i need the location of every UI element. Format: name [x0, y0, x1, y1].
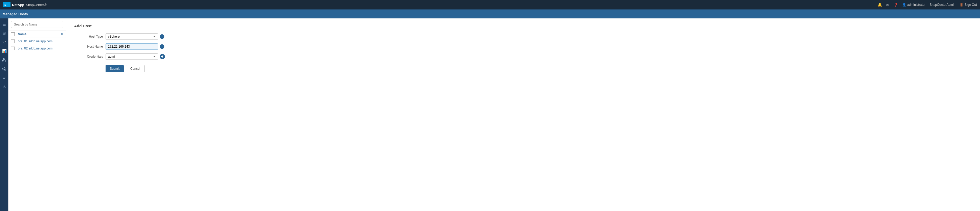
cancel-button[interactable]: Cancel	[126, 65, 145, 72]
svg-point-3	[2, 60, 3, 61]
host-type-select[interactable]: vSphere Windows Linux AIX Solaris HP-UX	[105, 34, 158, 40]
host-name-row: Host Name i	[74, 43, 972, 50]
tenant-label: SnapCenterAdmin	[929, 3, 955, 6]
search-container	[8, 18, 66, 31]
sidebar-item-chart[interactable]: 📊	[0, 47, 8, 55]
left-panel: Name ⇅ ora_01.sddc.netapp.com ora_02.sdd…	[8, 18, 66, 211]
netapp-logo: N NetApp SnapCenter®	[3, 2, 46, 7]
host-2-link[interactable]: ora_02.sddc.netapp.com	[18, 46, 63, 50]
select-all-checkbox[interactable]	[11, 32, 15, 36]
sidebar-item-hosts[interactable]	[0, 56, 8, 64]
host-type-row: Host Type vSphere Windows Linux AIX Sola…	[74, 34, 972, 40]
app-name: SnapCenter®	[26, 3, 46, 7]
user-menu[interactable]: 👤 administrator	[902, 3, 925, 6]
svg-point-4	[5, 60, 6, 61]
host-name-label: Host Name	[74, 45, 103, 48]
host-2-checkbox[interactable]	[11, 46, 15, 50]
tenant-name[interactable]: SnapCenterAdmin	[929, 3, 955, 6]
svg-rect-9	[5, 69, 6, 70]
credentials-control: admin +	[105, 53, 165, 60]
credentials-select[interactable]: admin	[105, 53, 158, 60]
form-actions: Submit Cancel	[105, 65, 972, 72]
host-1-checkbox[interactable]	[11, 40, 15, 43]
host-name-info-icon[interactable]: i	[160, 44, 164, 49]
host-list-header: Name ⇅	[8, 31, 66, 38]
svg-text:N: N	[5, 4, 6, 6]
credentials-add-icon[interactable]: +	[160, 54, 165, 59]
credentials-row: Credentials admin +	[74, 53, 972, 60]
sidebar-item-topology[interactable]	[0, 65, 8, 73]
host-row-2: ora_02.sddc.netapp.com	[8, 45, 66, 52]
sidebar-item-reports[interactable]	[0, 74, 8, 82]
host-name-input[interactable]	[105, 43, 158, 50]
sidebar-item-shield[interactable]: 🛡	[0, 38, 8, 46]
top-nav-right: 🔔 ✉ ❓ 👤 administrator SnapCenterAdmin 🚪 …	[878, 3, 977, 7]
page-title: Managed Hosts	[3, 12, 28, 16]
top-nav-left: N NetApp SnapCenter®	[3, 2, 46, 7]
signout-button[interactable]: 🚪 Sign Out	[959, 3, 977, 6]
mail-icon[interactable]: ✉	[886, 3, 889, 7]
search-input[interactable]	[11, 21, 63, 28]
host-type-control: vSphere Windows Linux AIX Solaris HP-UX …	[105, 34, 164, 40]
credentials-label: Credentials	[74, 55, 103, 58]
logo-text: NetApp	[12, 3, 24, 7]
signout-label: Sign Out	[964, 3, 977, 6]
sidebar-item-menu-expand[interactable]: ☰	[0, 21, 8, 28]
svg-rect-7	[2, 68, 4, 69]
help-icon[interactable]: ❓	[894, 3, 898, 7]
host-type-label: Host Type	[74, 35, 103, 38]
netapp-logo-icon: N	[3, 2, 11, 7]
sidebar-icons: ☰ ⊞ 🛡 📊	[0, 18, 8, 211]
svg-rect-8	[5, 67, 6, 68]
host-row-1: ora_01.sddc.netapp.com	[8, 38, 66, 45]
svg-line-6	[4, 60, 5, 60]
sidebar-item-apps-grid[interactable]: ⊞	[0, 29, 8, 37]
add-host-title: Add Host	[74, 24, 972, 28]
submit-button[interactable]: Submit	[105, 65, 124, 72]
host-name-control: i	[105, 43, 164, 50]
notification-icon[interactable]: 🔔	[878, 3, 882, 7]
sort-icon[interactable]: ⇅	[60, 32, 63, 36]
right-content: Add Host Host Type vSphere Windows Linux…	[66, 18, 980, 211]
username: administrator	[907, 3, 925, 6]
host-type-info-icon[interactable]: i	[160, 34, 164, 39]
svg-line-5	[3, 60, 4, 60]
user-icon: 👤	[902, 3, 906, 6]
svg-point-2	[3, 58, 5, 60]
main-layout: ☰ ⊞ 🛡 📊	[0, 18, 980, 211]
name-column-header: Name	[18, 32, 59, 36]
host-1-link[interactable]: ora_01.sddc.netapp.com	[18, 40, 63, 43]
top-navigation: N NetApp SnapCenter® 🔔 ✉ ❓ 👤 administrat…	[0, 0, 980, 10]
sidebar-item-alert[interactable]: ⚠	[0, 83, 8, 91]
signout-icon: 🚪	[959, 3, 964, 6]
sub-navigation: Managed Hosts	[0, 10, 980, 18]
